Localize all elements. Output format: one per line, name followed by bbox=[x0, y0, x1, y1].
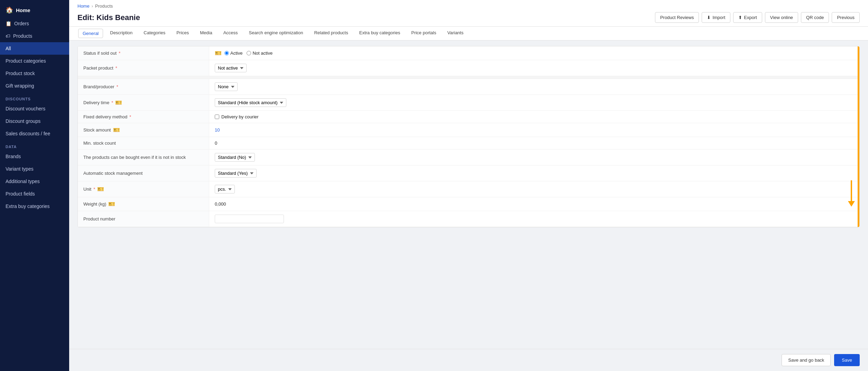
sidebar-item-products[interactable]: 🏷 Products bbox=[0, 30, 69, 42]
product-reviews-button[interactable]: Product Reviews bbox=[655, 12, 699, 23]
tab-related-products[interactable]: Related products bbox=[309, 27, 353, 40]
label-stock-amount: Stock amount 🎫 bbox=[78, 123, 209, 137]
checkbox-delivery-courier[interactable]: Delivery by courier bbox=[215, 114, 259, 119]
value-status-if-sold-out: 🎫 Active Not active bbox=[209, 46, 859, 60]
select-unit[interactable]: pcs. bbox=[215, 185, 235, 193]
products-icon: 🏷 bbox=[6, 33, 10, 39]
sidebar-discount-vouchers[interactable]: Discount vouchers bbox=[0, 102, 69, 115]
value-stock-amount: 10 bbox=[209, 123, 859, 137]
sidebar-variant-types-label: Variant types bbox=[6, 166, 34, 172]
sidebar-sub-product-categories[interactable]: Product categories bbox=[0, 55, 69, 67]
tab-media-label: Media bbox=[200, 30, 212, 35]
previous-button[interactable]: Previous bbox=[832, 12, 860, 23]
tab-access-label: Access bbox=[223, 30, 238, 35]
checkbox-delivery-courier-label: Delivery by courier bbox=[221, 114, 259, 119]
row-delivery-time: Delivery time * 🎫 Standard (Hide stock a… bbox=[78, 95, 859, 111]
row-stock-amount: Stock amount 🎫 10 bbox=[78, 123, 859, 137]
sidebar-discount-groups[interactable]: Discount groups bbox=[0, 115, 69, 127]
import-button[interactable]: ⬇ Import bbox=[702, 12, 730, 23]
select-auto-stock[interactable]: Standard (Yes) bbox=[215, 169, 257, 178]
sidebar-sub-gift-wrapping[interactable]: Gift wrapping bbox=[0, 80, 69, 92]
tab-categories[interactable]: Categories bbox=[139, 27, 170, 40]
sidebar: 🏠 Home 📋 Orders 🏷 Products All Product c… bbox=[0, 0, 69, 371]
discounts-section-label: DISCOUNTS bbox=[0, 92, 69, 102]
sidebar-logo[interactable]: 🏠 Home bbox=[0, 0, 69, 17]
sidebar-sub-product-stock[interactable]: Product stock bbox=[0, 67, 69, 80]
qr-code-button[interactable]: QR code bbox=[801, 12, 829, 23]
sidebar-products-label: Products bbox=[13, 33, 32, 39]
export-icon: ⬆ bbox=[738, 15, 742, 20]
stock-amount-value: 10 bbox=[215, 127, 220, 133]
row-product-number: Product number bbox=[78, 211, 859, 227]
value-delivery-time: Standard (Hide stock amount) bbox=[209, 95, 859, 110]
value-brand-producer: None bbox=[209, 79, 859, 94]
tab-general[interactable]: General bbox=[78, 29, 103, 38]
label-packet-product: Packet product * bbox=[78, 60, 209, 76]
export-button[interactable]: ⬆ Export bbox=[733, 12, 762, 23]
scroll-arrow-indicator bbox=[848, 180, 855, 207]
sidebar-orders-label: Orders bbox=[14, 21, 29, 26]
breadcrumb-home[interactable]: Home bbox=[77, 3, 90, 9]
sidebar-brands-label: Brands bbox=[6, 154, 21, 159]
emoji-stock: 🎫 bbox=[113, 127, 120, 133]
sidebar-sub-all[interactable]: All bbox=[0, 42, 69, 55]
emoji-weight: 🎫 bbox=[108, 201, 115, 207]
save-button[interactable]: Save bbox=[834, 354, 860, 366]
tab-variants[interactable]: Variants bbox=[442, 27, 468, 40]
sidebar-additional-types[interactable]: Additional types bbox=[0, 175, 69, 188]
save-and-go-back-button[interactable]: Save and go back bbox=[782, 354, 831, 366]
tab-extra-buy-categories-label: Extra buy categories bbox=[359, 30, 400, 35]
sidebar-item-orders[interactable]: 📋 Orders bbox=[0, 17, 69, 30]
select-buy-out-of-stock[interactable]: Standard (No) bbox=[215, 153, 255, 162]
tab-media[interactable]: Media bbox=[195, 27, 217, 40]
arrow-head bbox=[848, 201, 855, 207]
sidebar-extra-buy-categories[interactable]: Extra buy categories bbox=[0, 200, 69, 212]
import-icon: ⬇ bbox=[707, 15, 711, 20]
sidebar-logo-label: Home bbox=[16, 7, 30, 13]
content-area: Status if sold out * 🎫 Active bbox=[69, 40, 868, 349]
import-label: Import bbox=[712, 15, 725, 20]
sidebar-variant-types[interactable]: Variant types bbox=[0, 163, 69, 175]
breadcrumb: Home › Products bbox=[77, 3, 860, 9]
label-unit: Unit * 🎫 bbox=[78, 181, 209, 197]
tab-price-portals[interactable]: Price portals bbox=[406, 27, 441, 40]
label-auto-stock: Automatic stock management bbox=[78, 165, 209, 181]
checkbox-delivery-courier-input[interactable] bbox=[215, 115, 219, 119]
row-weight: Weight (kg) 🎫 0,000 bbox=[78, 197, 859, 211]
input-product-number[interactable] bbox=[215, 215, 284, 223]
orders-icon: 📋 bbox=[6, 21, 11, 26]
sidebar-brands[interactable]: Brands bbox=[0, 150, 69, 163]
view-online-button[interactable]: View online bbox=[765, 12, 798, 23]
sidebar-product-fields[interactable]: Product fields bbox=[0, 188, 69, 200]
tab-seo-label: Search engine optimization bbox=[249, 30, 303, 35]
sidebar-product-stock-label: Product stock bbox=[6, 71, 35, 76]
tab-access[interactable]: Access bbox=[219, 27, 243, 40]
radio-not-active[interactable]: Not active bbox=[247, 51, 273, 56]
tab-variants-label: Variants bbox=[447, 30, 463, 35]
tab-seo[interactable]: Search engine optimization bbox=[244, 27, 308, 40]
select-delivery-time[interactable]: Standard (Hide stock amount) bbox=[215, 98, 286, 107]
row-status-if-sold-out: Status if sold out * 🎫 Active bbox=[78, 46, 859, 60]
tab-bar: General Description Categories Prices Me… bbox=[69, 27, 868, 40]
row-min-stock: Min. stock count 0 bbox=[78, 137, 859, 150]
row-unit: Unit * 🎫 pcs. bbox=[78, 181, 859, 197]
select-brand-producer[interactable]: None bbox=[215, 82, 238, 91]
sidebar-sales-discounts[interactable]: Sales discounts / fee bbox=[0, 127, 69, 140]
sidebar-product-categories-label: Product categories bbox=[6, 58, 46, 64]
radio-active[interactable]: Active bbox=[224, 51, 242, 56]
tab-prices[interactable]: Prices bbox=[172, 27, 194, 40]
label-delivery-time: Delivery time * 🎫 bbox=[78, 95, 209, 110]
tab-related-products-label: Related products bbox=[314, 30, 348, 35]
tab-description[interactable]: Description bbox=[105, 27, 137, 40]
select-packet-product[interactable]: Not active bbox=[215, 64, 247, 72]
emoji-status: 🎫 bbox=[215, 50, 222, 56]
export-label: Export bbox=[744, 15, 757, 20]
label-buy-out-of-stock: The products can be bought even if it is… bbox=[78, 150, 209, 165]
sidebar-extra-buy-categories-label: Extra buy categories bbox=[6, 203, 50, 209]
required-marker-2: * bbox=[116, 65, 117, 71]
sidebar-sales-discounts-label: Sales discounts / fee bbox=[6, 131, 50, 136]
sidebar-additional-types-label: Additional types bbox=[6, 179, 40, 184]
required-marker-6: * bbox=[93, 187, 95, 192]
value-min-stock: 0 bbox=[209, 137, 859, 149]
tab-extra-buy-categories[interactable]: Extra buy categories bbox=[354, 27, 405, 40]
